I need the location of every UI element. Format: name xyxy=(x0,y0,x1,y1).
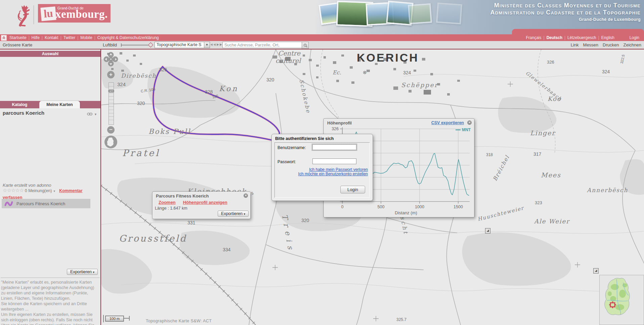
map-label: Treis xyxy=(281,214,296,254)
pan-control[interactable] xyxy=(103,51,119,67)
export-label: Exportieren xyxy=(221,211,243,216)
map-author: Karte erstellt von adonno xyxy=(3,183,51,188)
login-dialog: Bitte authentifizieren Sie sich Benutzer… xyxy=(271,134,373,201)
map-label: Pratel xyxy=(122,148,160,158)
double-chevron-up-icon xyxy=(2,36,6,40)
map-label: 323 xyxy=(535,200,542,205)
collage-photo xyxy=(408,3,432,25)
close-icon[interactable]: ✕ xyxy=(244,193,248,198)
sidebar-export-button[interactable]: Exportieren ▾ xyxy=(67,269,98,275)
profile-dialog-title: Höhenprofil xyxy=(327,120,352,125)
search-icon xyxy=(303,43,307,47)
map-label: ⊗ xyxy=(363,70,367,75)
language-english[interactable]: English xyxy=(600,35,616,40)
selection-panel-title: Auswahl xyxy=(0,51,100,57)
header: lu Grand-Duché de xembourg. Ministère de… xyxy=(0,0,644,34)
collapse-header-button[interactable] xyxy=(1,35,7,41)
separator: | xyxy=(60,35,62,40)
map-label: C.R. 109 xyxy=(140,87,156,93)
zoom-slider[interactable]: ▲▼ xyxy=(109,82,114,125)
svg-text:0: 0 xyxy=(341,205,344,209)
map-label: 324 xyxy=(117,81,126,87)
sidebar-tabs: Katalog Meine Karten xyxy=(0,101,100,108)
chevron-down-icon[interactable]: ▼ xyxy=(53,190,56,193)
svg-text:500: 500 xyxy=(378,205,385,209)
map-label: Schëpper xyxy=(401,81,438,88)
nav-item-copyright-datenschutzerkl-rung[interactable]: Copyright & Datenschutzerklärung xyxy=(96,35,160,40)
nav-item-kontakt[interactable]: Kontakt xyxy=(43,35,60,40)
aerial-layer-label: Luftbild xyxy=(103,42,117,47)
username-field[interactable] xyxy=(312,144,356,150)
popup-link-zoomen[interactable]: Zoomen xyxy=(159,200,176,205)
zoom-slider-handle[interactable]: ▲▼ xyxy=(108,89,114,93)
base-layer-select[interactable]: Topographische Karte S ▼ xyxy=(155,42,210,48)
map-label: Kon xyxy=(219,84,239,93)
rating-stars[interactable]: ☆☆☆☆☆ xyxy=(3,187,24,193)
layer-list-item[interactable]: Parcours Fitness Koerich xyxy=(2,199,90,208)
map-label: Grousstfeld xyxy=(119,233,187,244)
nav-links-left: Startseite|Hilfe|Kontakt|Twitter|Mobile|… xyxy=(8,35,160,40)
nav-item-hilfe[interactable]: Hilfe xyxy=(30,35,41,40)
language-ltzebuergesch[interactable]: Lëtzebuergesch xyxy=(566,35,597,40)
tool-link-zeichnen[interactable]: Zeichnen xyxy=(624,42,641,47)
language-franais[interactable]: Français xyxy=(525,35,543,40)
history-back-button[interactable]: ◄◄ xyxy=(210,42,216,46)
password-field[interactable] xyxy=(312,158,356,164)
svg-text:1000: 1000 xyxy=(415,205,424,209)
map-label: 325 xyxy=(212,94,219,99)
overview-map[interactable] xyxy=(599,275,644,325)
search-button[interactable] xyxy=(302,42,309,49)
login-form-panel: Benutzername: Passwort: Ich habe mein Pa… xyxy=(274,142,370,198)
opacity-slider-handle[interactable] xyxy=(148,42,154,48)
history-forward-button[interactable]: ►► xyxy=(216,42,222,46)
chevron-down-icon[interactable]: ▼ xyxy=(204,42,210,48)
tool-link-link[interactable]: Link xyxy=(571,42,579,47)
popup-link-h-henprofil-anzeigen[interactable]: Höhenprofil anzeigen xyxy=(183,200,227,205)
login-help-link[interactable]: Ich möchte ein Benutzerkonto erstellen xyxy=(298,172,368,176)
overview-collapse-icon[interactable]: ◢ xyxy=(593,268,599,274)
separator: | xyxy=(598,35,600,40)
link-chain-icon xyxy=(87,112,93,116)
separator: | xyxy=(41,35,43,40)
map-label: Ale Weier xyxy=(534,218,570,225)
svg-text:326: 326 xyxy=(332,127,339,131)
tool-link-drucken[interactable]: Drucken xyxy=(603,42,619,47)
login-submit-button[interactable]: Login xyxy=(340,186,365,193)
my-maps-info-text: "Meine Karten" erlaubt es, personalisier… xyxy=(1,280,99,325)
share-group[interactable]: ▼ xyxy=(87,111,97,117)
language-deutsch[interactable]: Deutsch xyxy=(545,35,564,40)
ministry-line3: Grand-Duché de Luxembourg xyxy=(490,17,641,22)
divider xyxy=(1,278,100,278)
popup-title: Parcours Fitness Koerich xyxy=(156,193,209,198)
tool-link-messen[interactable]: Messen xyxy=(583,42,599,47)
zoom-out-button[interactable]: − xyxy=(107,126,115,134)
panel-toggle-icon[interactable]: ◢ xyxy=(485,228,490,233)
greater-map-label[interactable]: Grössere Karte xyxy=(3,42,32,47)
close-icon[interactable]: ✕ xyxy=(467,120,472,125)
map-label: Direbësch xyxy=(121,72,156,79)
search-box[interactable]: Suche Adresse, Parzelle, Ort, Koordinate… xyxy=(222,42,302,48)
luxembourg-logo: lu Grand-Duché de xembourg. xyxy=(38,4,111,23)
nav-item-startseite[interactable]: Startseite xyxy=(8,35,28,40)
login-links: Ich habe mein Passwort verlorenIch möcht… xyxy=(298,168,368,176)
nav-languages: Français|Deutsch|Lëtzebuergesch|English xyxy=(525,35,616,40)
password-label: Passwort: xyxy=(277,159,296,164)
zoom-in-button[interactable]: + xyxy=(107,71,115,78)
my-map-title: parcours Koerich xyxy=(3,110,44,116)
popup-export-button[interactable]: Exportieren ▾ xyxy=(218,211,249,217)
map-label: Schokebe xyxy=(298,79,312,114)
layer-opacity-slider[interactable] xyxy=(121,45,151,45)
csv-export-link[interactable]: CSV exportieren xyxy=(431,120,464,125)
tab-meine-karten[interactable]: Meine Karten xyxy=(39,101,80,108)
zoom-to-extent-button[interactable] xyxy=(104,136,117,148)
logo-divider xyxy=(34,5,34,24)
username-label: Benutzername: xyxy=(277,145,306,150)
nav-item-mobile[interactable]: Mobile xyxy=(79,35,93,40)
login-link[interactable]: Login xyxy=(628,35,641,40)
map-label: Annerbësch xyxy=(587,187,628,193)
popup-links: ZoomenHöhenprofil anzeigen xyxy=(159,200,235,205)
map-label: Centre xyxy=(278,49,300,57)
tab-katalog[interactable]: Katalog xyxy=(0,101,39,108)
map-label: Bréichel xyxy=(492,154,511,182)
nav-item-twitter[interactable]: Twitter xyxy=(62,35,77,40)
